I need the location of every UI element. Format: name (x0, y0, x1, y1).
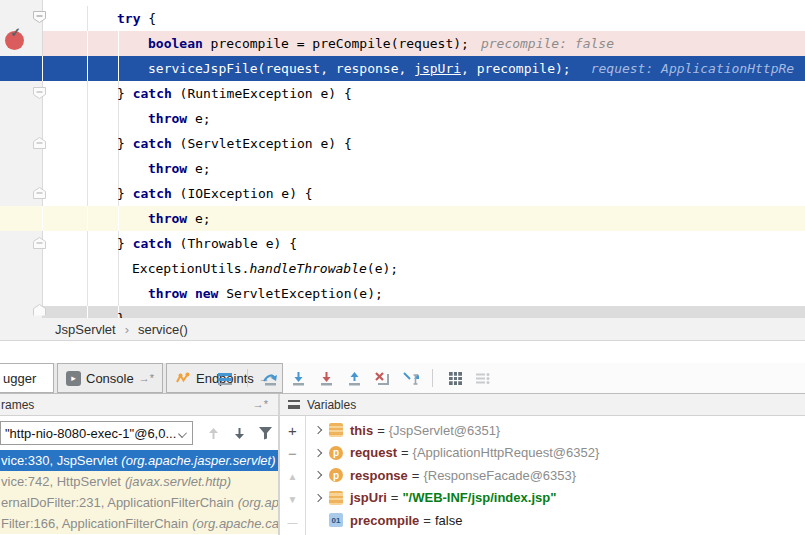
frames-title: rames (0, 398, 34, 412)
variables-title: Variables (307, 398, 356, 412)
add-watch-icon[interactable]: + (284, 422, 302, 438)
debugger-panels: rames →* "http-nio-8080-exec-1"@6,0... (0, 394, 805, 535)
variables-toolbar: + − ▲ ▼ — (280, 416, 306, 535)
frame-row[interactable]: ernalDoFilter:231, ApplicationFilterChai… (0, 492, 278, 513)
show-execution-point-icon[interactable] (216, 369, 234, 387)
breadcrumb-class[interactable]: JspServlet (55, 322, 116, 337)
variables-panel: Variables + − ▲ ▼ — this={JspServlet@635… (280, 394, 805, 535)
breadcrumb: JspServlet › service() (0, 318, 805, 341)
code-line[interactable]: throw e; (148, 156, 211, 181)
tab-debugger[interactable]: ugger (0, 363, 54, 393)
frames-header: rames →* (0, 394, 278, 416)
more-watches-icon[interactable]: — (284, 514, 302, 530)
parameter-icon: p (329, 446, 343, 460)
toolbar-separator (247, 369, 248, 387)
layout-settings-icon[interactable] (474, 369, 492, 387)
breadcrumb-method[interactable]: service() (138, 322, 188, 337)
next-frame-icon[interactable] (226, 427, 252, 440)
move-watch-up-icon[interactable]: ▲ (284, 468, 302, 484)
variable-row[interactable]: this={JspServlet@6351} (307, 419, 805, 442)
thread-selector-value: "http-nio-8080-exec-1"@6,0... (5, 426, 176, 441)
selected-line-highlight (43, 306, 805, 318)
code-line[interactable]: try { (117, 6, 156, 31)
expand-chevron-icon[interactable] (314, 494, 322, 502)
move-watch-down-icon[interactable]: ▼ (284, 491, 302, 507)
code-line-caret[interactable]: throw e; (148, 206, 211, 231)
jspuri-link[interactable]: jspUri (414, 61, 461, 76)
variable-row[interactable]: p request={ApplicationHttpRequest@6352} (307, 442, 805, 465)
step-into-icon[interactable] (289, 369, 307, 387)
expand-chevron-icon[interactable] (314, 471, 322, 479)
code-line[interactable]: } (117, 306, 125, 318)
remove-watch-icon[interactable]: − (284, 445, 302, 461)
code-line[interactable]: } catch (Throwable e) { (117, 231, 297, 256)
evaluate-expression-icon[interactable] (446, 369, 464, 387)
thread-selector[interactable]: "http-nio-8080-exec-1"@6,0... (0, 421, 193, 445)
fold-marker-icon[interactable] (33, 87, 46, 99)
filter-frames-icon[interactable] (252, 426, 278, 440)
tab-label: Console (86, 371, 134, 386)
primitive-icon: 01 (329, 513, 343, 527)
code-line[interactable]: throw e; (148, 106, 211, 131)
frame-row[interactable]: vice:330, JspServlet(org.apache.jasper.s… (0, 450, 278, 471)
parameter-icon: p (329, 468, 343, 482)
force-step-into-icon[interactable] (317, 369, 335, 387)
code-line[interactable]: throw new ServletException(e); (148, 281, 383, 306)
code-line[interactable]: } catch (ServletException e) { (117, 131, 352, 156)
frames-panel: rames →* "http-nio-8080-exec-1"@6,0... (0, 394, 278, 535)
variable-row[interactable]: p response={ResponseFacade@6353} (307, 464, 805, 487)
breakpoint-icon[interactable]: ✓ (5, 31, 24, 50)
code-editor[interactable]: ✓ try { boolean precompile = preCompile(… (0, 0, 805, 318)
variable-row[interactable]: jspUri="/WEB-INF/jsp/index.jsp" (307, 487, 805, 510)
toolwindow-gap (0, 341, 805, 363)
fold-marker-icon[interactable] (33, 237, 46, 249)
drop-frame-icon[interactable] (373, 369, 391, 387)
inline-debugger-hint: precompile: false (481, 36, 614, 51)
debug-toolwindow-tabs: ugger ▸ Console →* Endpoints →* (0, 363, 805, 394)
fold-marker-icon[interactable] (33, 187, 46, 199)
inline-debugger-hint: request: ApplicationHttpRe (591, 61, 795, 76)
code-line-execution[interactable]: serviceJspFile(request, response, jspUri… (148, 56, 794, 81)
field-icon (329, 491, 343, 505)
variables-header: Variables (280, 394, 805, 416)
prev-frame-icon[interactable] (201, 427, 227, 440)
variable-row[interactable]: 01 precompile=false (307, 509, 805, 532)
chevron-down-icon (178, 429, 187, 438)
fold-marker-icon[interactable] (33, 304, 46, 316)
code-line[interactable]: ExceptionUtils.handleThrowable(e); (132, 256, 398, 281)
toolbar-separator (432, 369, 433, 387)
run-to-cursor-icon[interactable] (401, 369, 419, 387)
tab-console[interactable]: ▸ Console →* (57, 363, 163, 393)
variables-list: this={JspServlet@6351} p request={Applic… (307, 419, 805, 532)
editor-gutter[interactable] (0, 0, 43, 318)
tab-drag-icon[interactable]: →* (139, 372, 154, 384)
code-line-breakpoint[interactable]: boolean precompile = preCompile(request)… (148, 31, 614, 56)
frames-drag-icon[interactable]: →* (253, 398, 268, 410)
ide-debug-window: ✓ try { boolean precompile = preCompile(… (0, 0, 805, 535)
code-line[interactable]: } catch (IOException e) { (117, 181, 313, 206)
frame-row[interactable]: Filter:166, ApplicationFilterChain(org.a… (0, 513, 278, 534)
step-over-icon[interactable] (261, 369, 279, 387)
breadcrumb-separator-icon: › (125, 322, 129, 337)
frame-row[interactable]: vice:742, HttpServlet(javax.servlet.http… (0, 471, 278, 492)
fold-marker-icon[interactable] (33, 11, 46, 23)
field-icon (329, 423, 343, 437)
breakpoint-verified-check-icon: ✓ (10, 25, 21, 40)
frames-toolbar: "http-nio-8080-exec-1"@6,0... (0, 416, 278, 450)
endpoints-icon (175, 371, 191, 385)
console-icon: ▸ (66, 371, 81, 386)
panel-menu-icon[interactable] (288, 400, 300, 409)
step-out-icon[interactable] (345, 369, 363, 387)
code-line[interactable]: } catch (RuntimeException e) { (117, 81, 352, 106)
fold-marker-icon[interactable] (33, 137, 46, 149)
caret-line-highlight (0, 206, 805, 231)
tab-label: ugger (3, 371, 36, 386)
expand-chevron-icon[interactable] (314, 449, 322, 457)
expand-chevron-icon[interactable] (314, 426, 322, 434)
